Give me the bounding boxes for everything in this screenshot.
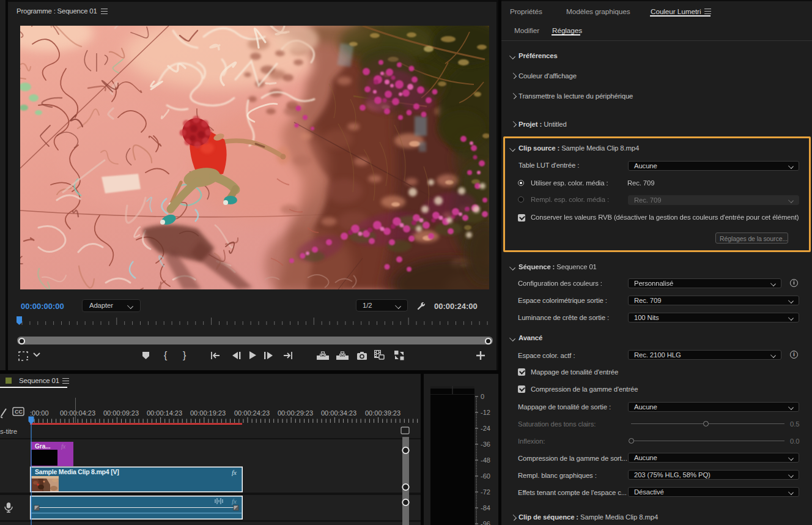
svg-text:fx: fx	[232, 469, 237, 476]
svg-text:Gra...: Gra...	[35, 443, 51, 450]
svg-text:-96: -96	[481, 520, 490, 525]
svg-text:-36: -36	[481, 441, 490, 448]
svg-text:Sample Media Clip 8.mp4 [V]: Sample Media Clip 8.mp4 [V]	[35, 468, 119, 475]
svg-text:-24: -24	[481, 425, 490, 432]
svg-text:}: }	[183, 350, 186, 360]
svg-text:fx: fx	[61, 443, 66, 450]
svg-text:0: 0	[481, 393, 484, 400]
svg-text:-12: -12	[481, 409, 490, 416]
svg-text:-72: -72	[481, 488, 490, 496]
svg-text:-48: -48	[481, 456, 490, 464]
svg-text:{: {	[164, 350, 168, 360]
svg-text:-84: -84	[481, 504, 490, 512]
svg-text:fx: fx	[232, 497, 237, 505]
svg-text:-60: -60	[481, 472, 490, 480]
